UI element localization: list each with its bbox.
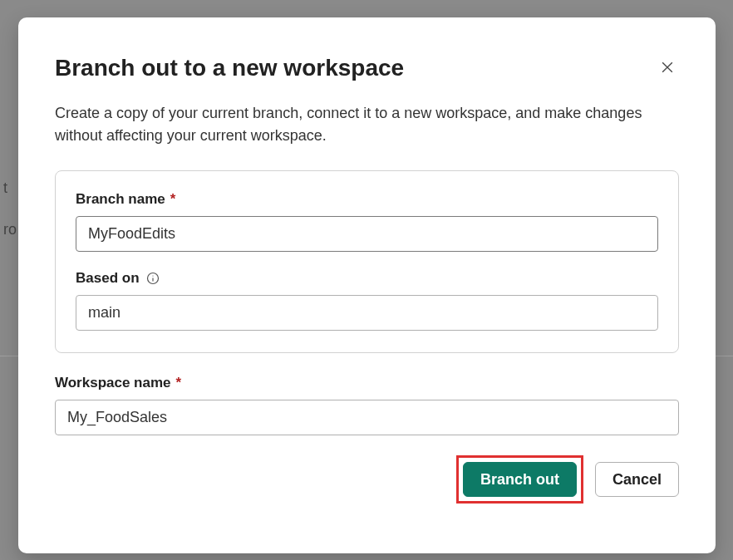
branch-out-modal: Branch out to a new workspace Create a c…	[18, 17, 716, 553]
modal-description: Create a copy of your current branch, co…	[55, 102, 679, 147]
svg-point-1	[152, 275, 153, 276]
required-marker: *	[176, 375, 182, 391]
branch-name-group: Branch name *	[76, 191, 658, 252]
workspace-name-group: Workspace name *	[55, 375, 679, 435]
based-on-input[interactable]	[76, 295, 658, 331]
background-text-fragment: t ro	[3, 174, 17, 243]
info-icon[interactable]	[146, 272, 160, 285]
branch-name-label: Branch name *	[76, 191, 658, 208]
close-button[interactable]	[656, 56, 679, 81]
close-icon	[659, 66, 676, 78]
branch-out-button[interactable]: Branch out	[463, 462, 577, 497]
branch-form-box: Branch name * Based on	[55, 170, 679, 353]
workspace-name-label: Workspace name *	[55, 375, 679, 391]
primary-button-highlight: Branch out	[456, 455, 583, 504]
cancel-button[interactable]: Cancel	[595, 462, 679, 497]
modal-title: Branch out to a new workspace	[55, 54, 404, 82]
branch-name-input[interactable]	[76, 216, 658, 252]
based-on-label: Based on	[76, 270, 658, 287]
required-marker: *	[170, 191, 176, 208]
modal-button-row: Branch out Cancel	[55, 455, 679, 504]
modal-header: Branch out to a new workspace	[55, 54, 679, 82]
workspace-name-input[interactable]	[55, 400, 679, 435]
based-on-group: Based on	[76, 270, 658, 331]
